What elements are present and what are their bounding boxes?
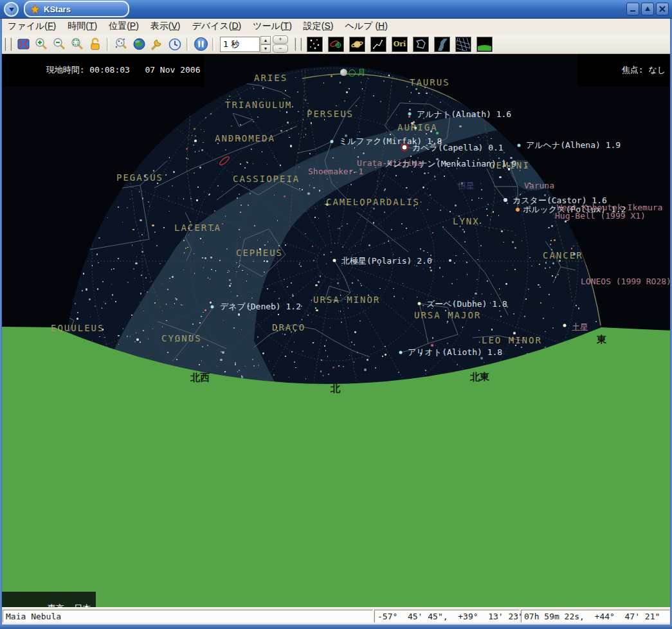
object-label[interactable]: 土星 bbox=[572, 322, 588, 333]
window-menu-button[interactable] bbox=[4, 2, 19, 17]
clock-icon bbox=[168, 37, 182, 51]
window-frame-left bbox=[0, 18, 2, 629]
menu-item-help[interactable]: ヘルプ (H) bbox=[340, 19, 394, 34]
object-label[interactable]: Shoemaker-1 bbox=[308, 167, 363, 176]
close-icon bbox=[659, 6, 666, 12]
toolbar: ▲ ▼ + − bbox=[2, 35, 670, 54]
object-label[interactable]: デネブ(Deneb) 1.2 bbox=[220, 301, 301, 313]
object-label[interactable]: カペラ(Capella) 0.1 bbox=[412, 142, 504, 154]
object-label[interactable]: Hug-Bell (1999 X1) bbox=[555, 211, 646, 221]
status-radec: 07h 59m 22s, +44° 47' 21" bbox=[521, 610, 670, 623]
toggle-grid-button[interactable] bbox=[455, 37, 471, 52]
star-marker[interactable] bbox=[504, 198, 507, 202]
star-marker[interactable] bbox=[408, 113, 412, 116]
window-menu-arrow-icon bbox=[9, 8, 14, 12]
deep-sky-icon bbox=[329, 38, 343, 51]
menu-item-settings[interactable]: 設定(S) bbox=[298, 19, 340, 34]
menu-item-view[interactable]: 表示(V) bbox=[145, 19, 186, 34]
toolbar-handle[interactable] bbox=[295, 38, 302, 51]
timestep-down-button[interactable]: ▼ bbox=[260, 44, 271, 53]
toggle-constellation-boundaries-button[interactable] bbox=[413, 37, 429, 52]
toggle-milky-way-button[interactable] bbox=[434, 37, 450, 52]
titlebar[interactable]: KStars bbox=[0, 0, 672, 19]
focus-infobox[interactable]: 焦点: なし bbox=[577, 53, 669, 87]
object-label[interactable]: Urata-Niijima bbox=[357, 158, 422, 168]
coordinate-grid-icon bbox=[457, 38, 470, 51]
star-marker[interactable] bbox=[418, 302, 421, 305]
zoom-default-button[interactable] bbox=[68, 36, 86, 53]
time-infobox[interactable]: 現地時間: 00:08:03 07 Nov 2006 bbox=[2, 53, 204, 87]
object-label[interactable]: 北極星(Polaris) 2.0 bbox=[341, 255, 432, 267]
menubar: ファイル(F)時間(T)位置(P)表示(V)デバイス(D)ツール(T)設定(S)… bbox=[2, 18, 670, 35]
pause-clock-button[interactable] bbox=[192, 36, 210, 53]
star-marker[interactable] bbox=[563, 324, 567, 327]
star-marker[interactable] bbox=[403, 145, 407, 150]
star-marker[interactable] bbox=[399, 351, 403, 354]
set-time-button[interactable] bbox=[166, 36, 184, 53]
toggle-planets-button[interactable] bbox=[349, 37, 365, 52]
globe-button[interactable] bbox=[130, 36, 148, 53]
minimize-button[interactable] bbox=[626, 3, 639, 15]
sky-map[interactable]: ARIESTAURUSTRIANGULUMPERSEUSAURIGAANDROM… bbox=[2, 53, 670, 608]
maximize-button[interactable] bbox=[641, 3, 654, 15]
star-marker[interactable] bbox=[211, 305, 214, 309]
focus-value: なし bbox=[648, 65, 666, 75]
toggle-ground-button[interactable] bbox=[477, 37, 493, 52]
toolbar-handle[interactable] bbox=[5, 38, 12, 51]
status-object-name: Maia Nebula bbox=[3, 610, 373, 623]
find-object-icon bbox=[114, 37, 128, 51]
zoom-out-button[interactable] bbox=[50, 36, 68, 53]
fullscreen-button[interactable] bbox=[14, 36, 32, 53]
timestep-minus-button[interactable]: − bbox=[273, 44, 288, 53]
local-time-value: 00:08:03 bbox=[89, 65, 130, 75]
sky-base-layer bbox=[2, 53, 670, 608]
constellation-lines-icon bbox=[372, 38, 385, 51]
zoom-in-icon bbox=[34, 37, 48, 51]
object-label[interactable]: Varuna bbox=[524, 181, 554, 190]
saturn-icon bbox=[350, 38, 364, 51]
window-frame-bottom bbox=[0, 624, 672, 629]
statusbar: Maia Nebula -57° 45' 45", +39° 13' 23" 0… bbox=[2, 607, 670, 624]
toggle-constellation-names-button[interactable]: Ori bbox=[392, 37, 408, 52]
menu-item-tools[interactable]: ツール(T) bbox=[247, 19, 298, 34]
timestep-input[interactable] bbox=[220, 37, 260, 52]
timestep-plus-button[interactable]: + bbox=[273, 35, 288, 44]
object-label[interactable]: 恒星 bbox=[458, 180, 475, 192]
toggle-deep-sky-button[interactable] bbox=[328, 37, 344, 52]
toggle-stars-button[interactable] bbox=[307, 37, 323, 52]
object-label[interactable]: 月 bbox=[358, 67, 366, 78]
zoom-in-button[interactable] bbox=[32, 36, 50, 53]
object-label[interactable]: LONEOS (1999 RO28) bbox=[581, 277, 670, 286]
configure-button[interactable] bbox=[148, 36, 166, 53]
star-marker[interactable] bbox=[333, 259, 336, 262]
track-lock-button[interactable] bbox=[86, 36, 104, 53]
toggle-constellation-lines-button[interactable] bbox=[370, 37, 386, 52]
menu-item-file[interactable]: ファイル(F) bbox=[2, 19, 62, 34]
title-pill[interactable]: KStars bbox=[24, 1, 129, 17]
local-date-value: 07 Nov 2006 bbox=[145, 65, 200, 75]
focus-label: 焦点: bbox=[622, 65, 644, 75]
zoom-default-icon bbox=[70, 37, 84, 51]
object-label[interactable]: アリオト(Alioth) 1.8 bbox=[408, 347, 502, 358]
find-object-button[interactable] bbox=[112, 36, 130, 53]
close-button[interactable] bbox=[656, 3, 669, 15]
milky-way-icon bbox=[435, 38, 449, 51]
local-time-label: 現地時間: bbox=[46, 65, 85, 75]
constellation-boundaries-icon bbox=[414, 38, 428, 51]
fullscreen-icon bbox=[17, 37, 30, 51]
object-label[interactable]: アルヘナ(Alhena) 1.9 bbox=[526, 140, 621, 151]
timestep-up-button[interactable]: ▲ bbox=[260, 36, 271, 44]
menu-item-location[interactable]: 位置(P) bbox=[103, 19, 145, 34]
lock-icon bbox=[89, 37, 102, 51]
pause-icon bbox=[194, 37, 208, 51]
kstars-window: KStars ファイル(F)時間(T)位置(P)表示(V)デバイス(D)ツール(… bbox=[0, 0, 672, 629]
star-marker[interactable] bbox=[518, 144, 521, 147]
menu-item-time[interactable]: 時間(T) bbox=[62, 19, 103, 34]
object-label[interactable]: アルナト(Alnath) 1.6 bbox=[417, 109, 511, 120]
star-marker[interactable] bbox=[516, 208, 520, 212]
menu-item-devices[interactable]: デバイス(D) bbox=[186, 19, 248, 34]
geo-infobox[interactable]: 東京, 日本 bbox=[2, 592, 96, 608]
object-label[interactable]: ズーベ(Dubhe) 1.8 bbox=[426, 298, 507, 310]
toolbar-separator bbox=[212, 38, 215, 51]
star-marker[interactable] bbox=[331, 140, 334, 143]
